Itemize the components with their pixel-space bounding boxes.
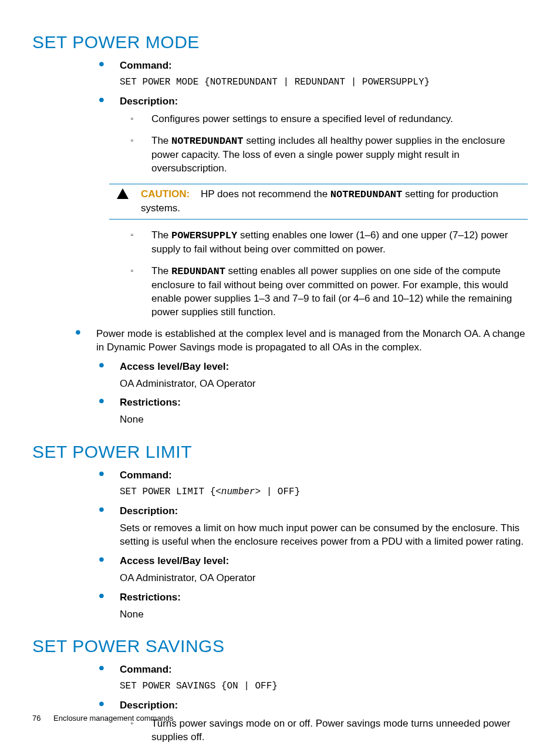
heading-set-power-savings: SET POWER SAVINGS xyxy=(32,636,528,656)
label-command: Command: xyxy=(120,60,172,71)
value-access: OA Administrator, OA Operator xyxy=(120,572,528,585)
text: The xyxy=(151,265,171,276)
code-text: | OFF} xyxy=(261,487,300,497)
label-command: Command: xyxy=(120,664,172,675)
list-mode-complex-note: Power mode is established at the complex… xyxy=(32,328,528,355)
label-command: Command: xyxy=(120,470,172,481)
item-access: Access level/Bay level: OA Administrator… xyxy=(99,555,528,585)
caution-box: CAUTION: HP does not recommend the NOTRE… xyxy=(109,184,528,220)
value-access: OA Administrator, OA Operator xyxy=(120,377,528,391)
item-description: Description: Sets or removes a limit on … xyxy=(99,505,528,549)
list-savings-items: Command: SET POWER SAVINGS {ON | OFF} De… xyxy=(32,663,528,746)
list-mode-desc-sub: Configures power settings to ensure a sp… xyxy=(120,113,528,175)
code-text: SET POWER LIMIT { xyxy=(120,487,215,497)
item-restrictions: Restrictions: None xyxy=(99,396,528,427)
list-mode-tail: Access level/Bay level: OA Administrator… xyxy=(32,360,528,427)
list-mode-items: Command: SET POWER MODE {NOTREDUNDANT | … xyxy=(32,59,528,319)
desc-mode-d: The REDUNDANT setting enables all power … xyxy=(130,265,528,319)
item-command: Command: SET POWER LIMIT {<number> | OFF… xyxy=(99,469,528,499)
caution-label: CAUTION: xyxy=(141,188,190,200)
code-limit-syntax: SET POWER LIMIT {<number> | OFF} xyxy=(120,486,528,499)
page-footer: 76 Enclosure management commands xyxy=(32,714,174,723)
label-description: Description: xyxy=(120,700,178,711)
label-restrictions: Restrictions: xyxy=(120,397,181,408)
desc-mode-c: The POWERSUPPLY setting enables one lowe… xyxy=(130,229,528,256)
chapter-title: Enclosure management commands xyxy=(53,714,174,723)
page-number: 76 xyxy=(32,714,41,723)
desc-mode-a: Configures power settings to ensure a sp… xyxy=(130,113,528,126)
heading-set-power-mode: SET POWER MODE xyxy=(32,32,528,52)
item-command: Command: SET POWER SAVINGS {ON | OFF} xyxy=(99,663,528,693)
code-notredundant: NOTREDUNDANT xyxy=(330,189,402,200)
heading-set-power-limit: SET POWER LIMIT xyxy=(32,442,528,462)
list-limit-items: Command: SET POWER LIMIT {<number> | OFF… xyxy=(32,469,528,621)
item-command: Command: SET POWER MODE {NOTREDUNDANT | … xyxy=(99,59,528,89)
code-notredundant: NOTREDUNDANT xyxy=(171,136,243,147)
desc-mode-b: The NOTREDUNDANT setting includes all he… xyxy=(130,134,528,175)
item-access: Access level/Bay level: OA Administrator… xyxy=(99,360,528,391)
text: HP does not recommend the xyxy=(201,188,330,200)
item-complex-note: Power mode is established at the complex… xyxy=(75,328,528,355)
label-description: Description: xyxy=(120,96,178,107)
caution-text: CAUTION: HP does not recommend the NOTRE… xyxy=(136,188,528,215)
list-mode-desc-sub-2: The POWERSUPPLY setting enables one lowe… xyxy=(120,229,528,319)
code-redundant: REDUNDANT xyxy=(171,266,225,277)
label-access: Access level/Bay level: xyxy=(120,555,229,566)
caution-icon xyxy=(109,188,136,199)
code-mode-syntax: SET POWER MODE {NOTREDUNDANT | REDUNDANT… xyxy=(120,76,528,89)
text: The xyxy=(151,229,171,241)
code-savings-syntax: SET POWER SAVINGS {ON | OFF} xyxy=(120,680,528,693)
item-restrictions: Restrictions: None xyxy=(99,591,528,622)
value-restrictions: None xyxy=(120,608,528,622)
label-access: Access level/Bay level: xyxy=(120,361,229,372)
label-description: Description: xyxy=(120,505,178,517)
value-description: Sets or removes a limit on how much inpu… xyxy=(120,522,528,549)
text: The xyxy=(151,135,171,146)
list-savings-desc-sub: Turns power savings mode on or off. Powe… xyxy=(120,717,528,746)
value-restrictions: None xyxy=(120,413,528,427)
item-description: Description: Configures power settings t… xyxy=(99,95,528,319)
code-placeholder: <number> xyxy=(215,487,261,497)
document-page: SET POWER MODE Command: SET POWER MODE {… xyxy=(0,0,560,746)
desc-savings-a: Turns power savings mode on or off. Powe… xyxy=(130,717,528,744)
code-powersupply: POWERSUPPLY xyxy=(171,230,237,241)
label-restrictions: Restrictions: xyxy=(120,592,181,603)
